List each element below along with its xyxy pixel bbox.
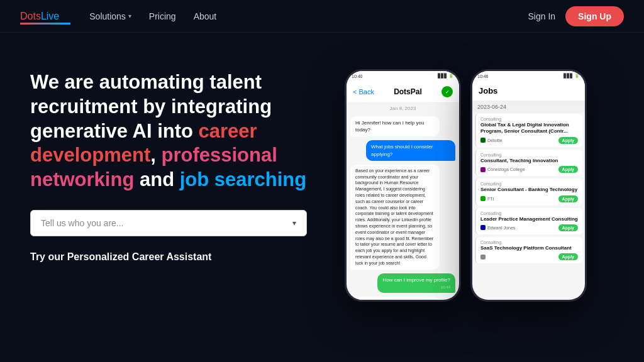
jobs-list: Consulting Global Tax & Legal Digital In… — [472, 112, 585, 300]
chat-bubble-3: Based on your experience as a career com… — [350, 165, 440, 270]
jobs-date: 2023-06-24 — [472, 101, 585, 112]
chat-header: < Back DotsPal ✓ — [347, 81, 459, 103]
company-icon — [480, 138, 486, 143]
company-name: Deloitte — [487, 138, 502, 143]
job-item: Consulting Global Tax & Legal Digital In… — [475, 114, 582, 147]
jobs-header: Jobs — [472, 81, 585, 101]
jobs-screen: 10:46 ▊▊▊ 🔋 Jobs 2023-06-24 Consulting G… — [472, 71, 585, 300]
nav-solutions[interactable]: Solutions ▾ — [82, 8, 139, 25]
job-item: Consulting Leader Practice Management Co… — [475, 208, 582, 234]
company-icon — [480, 255, 486, 260]
logo-underline — [20, 23, 70, 25]
apply-button[interactable]: Apply — [558, 253, 578, 260]
hero-select-wrapper: Tell us who you are... ▾ — [30, 210, 307, 236]
who-are-you-select[interactable]: Tell us who you are... ▾ — [30, 210, 307, 236]
job-title: Leader Practice Management Consulting — [480, 216, 578, 222]
job-footer: Edward Jones Apply — [480, 224, 578, 231]
company-icon — [480, 225, 486, 230]
hero-right: 10:40 ▊▊▊ 🔋 < Back DotsPal ✓ Jan 8, 2023… — [332, 63, 614, 362]
logo-dots: Dots — [20, 11, 41, 21]
job-title: Global Tax & Legal Digital Innovation Pr… — [480, 122, 578, 135]
nav-pricing[interactable]: Pricing — [142, 8, 184, 25]
hero-left: We are automating talent recruitment by … — [30, 63, 332, 362]
company-icon — [480, 167, 486, 172]
hero-headline: We are automating talent recruitment by … — [30, 70, 307, 192]
job-item: Consulting Consultant, Teaching Innovati… — [475, 150, 582, 176]
job-title: SaaS Technology Platform Consultant — [480, 245, 578, 251]
apply-button[interactable]: Apply — [558, 166, 578, 173]
chat-screen: 10:40 ▊▊▊ 🔋 < Back DotsPal ✓ Jan 8, 2023… — [347, 71, 459, 300]
job-company — [480, 255, 487, 260]
job-category: Consulting — [480, 211, 578, 216]
job-category: Consulting — [480, 182, 578, 186]
status-bar-left: 10:40 ▊▊▊ 🔋 — [347, 71, 459, 81]
chat-date: Jan 8, 2023 — [347, 103, 459, 114]
chevron-down-icon: ▾ — [128, 13, 131, 19]
job-title: Consultant, Teaching Innovation — [480, 158, 578, 164]
company-icon — [480, 196, 486, 201]
job-category: Consulting — [480, 153, 578, 157]
job-category: Consulting — [480, 240, 578, 244]
sign-up-button[interactable]: Sign Up — [565, 6, 624, 26]
navbar: DotsLive Solutions ▾ Pricing About Sign … — [0, 0, 644, 33]
job-company: Conestoga College — [480, 167, 525, 172]
back-button[interactable]: < Back — [353, 88, 374, 96]
job-company: Edward Jones — [480, 225, 515, 230]
company-name: FTI — [487, 197, 494, 201]
hero-section: We are automating talent recruitment by … — [0, 33, 644, 362]
phone-jobs: 10:46 ▊▊▊ 🔋 Jobs 2023-06-24 Consulting G… — [470, 69, 587, 302]
headline-job: job searching — [180, 168, 307, 190]
company-name: Conestoga College — [487, 167, 525, 172]
chat-bubble-2: What jobs should I consider applying? — [366, 140, 455, 160]
job-company: FTI — [480, 196, 494, 201]
job-item: Consulting Senior Consultant - Banking T… — [475, 178, 582, 205]
job-company: Deloitte — [480, 138, 502, 143]
chat-bubble-1: Hi Jennifer! how can I help you today? — [350, 116, 440, 136]
status-bar-right: 10:46 ▊▊▊ 🔋 — [472, 71, 585, 81]
company-name: Edward Jones — [487, 226, 515, 230]
hero-subheading: Try our Personalized Career Assistant — [30, 251, 332, 263]
chevron-down-icon: ▾ — [292, 219, 296, 228]
job-footer: Deloitte Apply — [480, 137, 578, 144]
chat-messages: Hi Jennifer! how can I help you today? W… — [347, 114, 459, 300]
logo[interactable]: DotsLive — [20, 11, 59, 22]
select-placeholder: Tell us who you are... — [41, 218, 124, 228]
apply-button[interactable]: Apply — [558, 195, 578, 202]
logo-live: Live — [41, 11, 59, 21]
phone-chat: 10:40 ▊▊▊ 🔋 < Back DotsPal ✓ Jan 8, 2023… — [345, 69, 461, 302]
job-footer: Apply — [480, 253, 578, 260]
job-footer: FTI Apply — [480, 195, 578, 202]
chat-title: DotsPal — [378, 87, 438, 96]
headline-and: and — [134, 168, 179, 190]
apply-button[interactable]: Apply — [558, 137, 578, 144]
chat-bubble-4: How can I improve my profile? 10:44 — [377, 273, 455, 293]
job-footer: Conestoga College Apply — [480, 166, 578, 173]
nav-about[interactable]: About — [186, 8, 225, 25]
headline-comma1: , — [150, 144, 161, 166]
job-category: Consulting — [480, 117, 578, 121]
job-title: Senior Consultant - Banking Technology — [480, 187, 578, 193]
nav-right: Sign In Sign Up — [528, 6, 624, 26]
job-item: Consulting SaaS Technology Platform Cons… — [475, 237, 582, 263]
apply-button[interactable]: Apply — [558, 224, 578, 231]
nav-links: Solutions ▾ Pricing About — [82, 8, 528, 25]
sign-in-link[interactable]: Sign In — [528, 11, 556, 21]
chat-status-icon: ✓ — [441, 86, 453, 97]
bubble-time: 10:44 — [382, 285, 450, 290]
chat-bubble-5: Hi Jennifer! As someone with experience … — [350, 297, 440, 300]
